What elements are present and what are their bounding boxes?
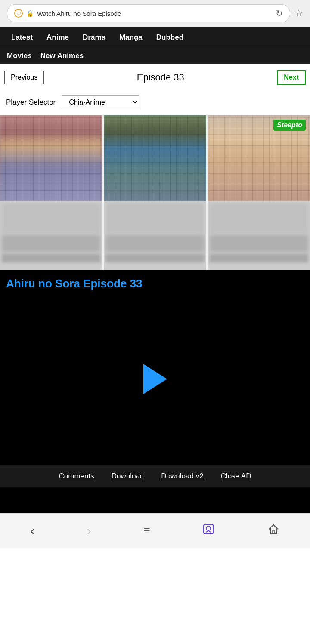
- svg-line-3: [208, 530, 211, 532]
- ad-thumb-2[interactable]: [104, 115, 206, 270]
- ad-thumb-link-2: [105, 254, 204, 262]
- shield-icon: 🛡: [14, 9, 23, 18]
- lock-icon: 🔒: [26, 10, 34, 17]
- bottom-links-bar: Comments Download Download v2 Close AD: [0, 465, 310, 487]
- ad-thumb-subtext-2: [105, 235, 204, 252]
- episode-nav: Previous Episode 33 Next: [0, 64, 310, 91]
- video-area: Ahiru no Sora Episode 33: [0, 270, 310, 465]
- player-selector-row: Player Selector Chia-Anime Mcloud Vidstr…: [0, 91, 310, 115]
- forward-button[interactable]: ›: [87, 523, 91, 539]
- play-button[interactable]: [143, 364, 167, 394]
- nav-manga[interactable]: Manga: [112, 27, 149, 48]
- spacer: [0, 487, 310, 513]
- url-text: Watch Ahiru no Sora Episode: [37, 10, 272, 17]
- close-ad-link[interactable]: Close AD: [221, 472, 251, 481]
- steepto-badge: Steepto: [273, 120, 306, 131]
- episode-title: Episode 33: [137, 72, 184, 83]
- second-nav: Movies New Animes: [0, 48, 310, 64]
- svg-line-2: [206, 530, 208, 532]
- download-v2-link[interactable]: Download v2: [161, 472, 203, 481]
- svg-point-1: [206, 526, 211, 530]
- url-bar[interactable]: 🛡 🔒 Watch Ahiru no Sora Episode ↻: [7, 4, 290, 22]
- ad-thumb-3[interactable]: Steepto: [208, 115, 310, 270]
- video-episode-title: Ahiru no Sora Episode 33: [6, 277, 304, 290]
- mosaic-overlay-1: [0, 115, 102, 201]
- reload-icon[interactable]: ↻: [276, 8, 283, 18]
- ad-thumb-link-3: [210, 254, 308, 262]
- video-player[interactable]: [6, 297, 304, 461]
- ad-banner-area: Steepto: [0, 115, 310, 270]
- ad-thumb-text-1: [2, 203, 100, 233]
- nav-dubbed[interactable]: Dubbed: [149, 27, 190, 48]
- browser-nav-bar: ‹ › ≡: [0, 513, 310, 548]
- top-nav: Latest Anime Drama Manga Dubbed: [0, 27, 310, 48]
- next-button[interactable]: Next: [277, 70, 306, 85]
- nav-latest[interactable]: Latest: [4, 27, 40, 48]
- nav-anime[interactable]: Anime: [40, 27, 76, 48]
- home-button[interactable]: [267, 523, 280, 539]
- comments-link[interactable]: Comments: [59, 472, 94, 481]
- mosaic-overlay-2: [104, 115, 206, 201]
- player-selector-label: Player Selector: [6, 98, 56, 107]
- nav-drama[interactable]: Drama: [76, 27, 112, 48]
- nav-movies[interactable]: Movies: [7, 52, 32, 60]
- nav-new-animes[interactable]: New Animes: [40, 52, 84, 60]
- ad-thumb-link-1: [2, 254, 100, 262]
- menu-button[interactable]: ≡: [143, 524, 150, 538]
- back-button[interactable]: ‹: [30, 523, 35, 539]
- previous-button[interactable]: Previous: [4, 71, 44, 84]
- bookmark-star-icon[interactable]: ☆: [294, 8, 303, 19]
- bookmark-button[interactable]: [202, 523, 215, 539]
- ad-thumb-1[interactable]: [0, 115, 102, 270]
- ad-thumb-subtext-3: [210, 235, 308, 252]
- browser-address-bar: 🛡 🔒 Watch Ahiru no Sora Episode ↻ ☆: [0, 0, 310, 27]
- ad-thumb-subtext-1: [2, 235, 100, 252]
- download-link[interactable]: Download: [112, 472, 144, 481]
- player-select-dropdown[interactable]: Chia-Anime Mcloud Vidstreaming: [62, 95, 139, 109]
- ad-thumb-text-3: [210, 203, 308, 233]
- ad-thumb-text-2: [105, 203, 204, 233]
